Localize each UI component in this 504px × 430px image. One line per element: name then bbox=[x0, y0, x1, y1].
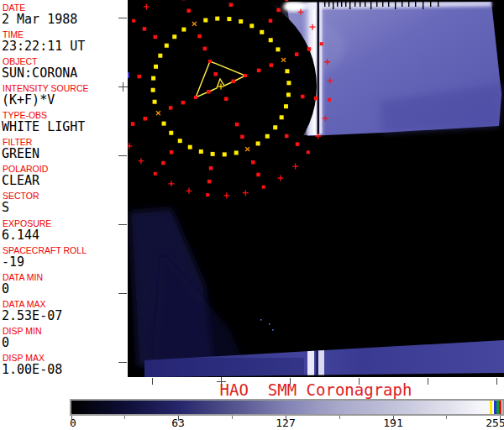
field-label: TYPE-OBS bbox=[0, 108, 128, 120]
colorbar-tick-label: 255 bbox=[486, 417, 504, 429]
field-value: CLEAR bbox=[0, 174, 128, 188]
colorbar-major-tick bbox=[393, 416, 394, 421]
field-value: (K+F)*V bbox=[0, 93, 128, 108]
metadata-sidebar: DATE 2 Mar 1988 TIME 23:22:11 UT OBJECT … bbox=[0, 0, 128, 377]
field-label: FILTER bbox=[0, 134, 128, 147]
field-label: DATE bbox=[0, 0, 128, 13]
field-value: WHITE LIGHT bbox=[0, 120, 128, 134]
colorbar-major-tick bbox=[71, 416, 72, 421]
sidebar-field-data-min: DATA MIN 0 bbox=[0, 270, 128, 296]
field-label: INTENSITY SOURCE bbox=[0, 81, 128, 93]
left-axis-tick bbox=[118, 155, 127, 156]
field-value: 2 Mar 1988 bbox=[0, 13, 128, 27]
left-axis-center-cross bbox=[123, 82, 123, 92]
sidebar-field-filter: FILTER GREEN bbox=[0, 134, 128, 161]
colorbar-annotation-stripe bbox=[490, 401, 492, 414]
sidebar-field-intensity-source: INTENSITY SOURCE (K+F)*V bbox=[0, 81, 128, 108]
bottom-axis-tick bbox=[152, 378, 153, 385]
field-value: -19 bbox=[0, 255, 128, 270]
colorbar-minor-tick bbox=[232, 416, 233, 419]
field-value: 0 bbox=[0, 282, 128, 296]
coronagraph-image-canvas[interactable] bbox=[128, 0, 504, 377]
left-axis-tick bbox=[118, 362, 127, 363]
field-value: 2.53E-07 bbox=[0, 309, 128, 323]
sidebar-field-object: OBJECT SUN:CORONA bbox=[0, 54, 128, 81]
field-label: SECTOR bbox=[0, 188, 128, 201]
sidebar-field-time: TIME 23:22:11 UT bbox=[0, 27, 128, 54]
field-label: DATA MIN bbox=[0, 270, 128, 282]
sidebar-field-type-obs: TYPE-OBS WHITE LIGHT bbox=[0, 108, 128, 134]
sidebar-field-data-max: DATA MAX 2.53E-07 bbox=[0, 296, 128, 323]
colorbar-minor-tick bbox=[446, 416, 447, 419]
bottom-axis-center-cross bbox=[221, 377, 222, 386]
field-value: SUN:CORONA bbox=[0, 66, 128, 81]
field-label: OBJECT bbox=[0, 54, 128, 66]
intensity-colorbar bbox=[70, 399, 504, 416]
field-value: 0 bbox=[0, 336, 128, 350]
colorbar-major-tick bbox=[178, 416, 179, 421]
field-label: TIME bbox=[0, 27, 128, 39]
field-value: 23:22:11 UT bbox=[0, 39, 128, 54]
field-label: DATA MAX bbox=[0, 296, 128, 309]
sidebar-field-exposure: EXPOSURE 6.144 bbox=[0, 216, 128, 243]
field-value: GREEN bbox=[0, 147, 128, 161]
edge-artifact bbox=[128, 72, 129, 78]
field-label: EXPOSURE bbox=[0, 216, 128, 228]
sidebar-field-disp-min: DISP MIN 0 bbox=[0, 323, 128, 350]
bottom-axis-tick bbox=[428, 378, 428, 385]
bottom-axis-tick bbox=[290, 378, 291, 385]
left-axis-tick bbox=[118, 293, 127, 294]
bottom-axis-tick bbox=[496, 378, 497, 385]
colorbar-minor-tick bbox=[124, 416, 125, 419]
field-value: S bbox=[0, 201, 128, 215]
field-label: POLAROID bbox=[0, 161, 128, 174]
page-title: HAO SMM Coronagraph bbox=[128, 380, 504, 399]
sidebar-field-polaroid: POLAROID CLEAR bbox=[0, 161, 128, 188]
colorbar-major-tick bbox=[500, 416, 501, 421]
field-label: DISP MIN bbox=[0, 323, 128, 336]
sidebar-field-sector: SECTOR S bbox=[0, 188, 128, 215]
field-label: SPACECRAFT ROLL bbox=[0, 243, 128, 255]
smm-coronagraph-viewer: { "sidebar": { "fields": [ {"label": "DA… bbox=[0, 0, 504, 430]
detector-seam-line bbox=[318, 2, 320, 134]
field-value: 6.144 bbox=[0, 228, 128, 243]
field-label: DISP MAX bbox=[0, 350, 128, 363]
left-axis-tick bbox=[118, 18, 127, 18]
sidebar-field-disp-max: DISP MAX 1.00E-08 bbox=[0, 350, 128, 377]
bottom-axis-tick bbox=[359, 378, 360, 385]
colorbar-major-tick bbox=[286, 416, 286, 421]
left-axis-tick bbox=[118, 224, 127, 225]
sidebar-field-date: DATE 2 Mar 1988 bbox=[0, 0, 128, 27]
colorbar-minor-tick bbox=[339, 416, 340, 419]
colorbar-annotation-stripe bbox=[499, 401, 501, 414]
sidebar-field-spacecraft-roll: SPACECRAFT ROLL -19 bbox=[0, 243, 128, 270]
field-value: 1.00E-08 bbox=[0, 363, 128, 377]
